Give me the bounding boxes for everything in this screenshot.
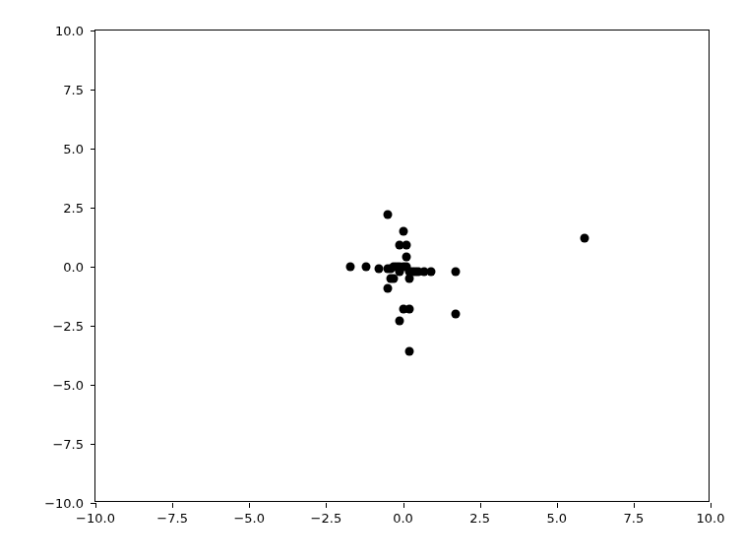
x-tick (249, 503, 250, 508)
scatter-point (402, 253, 410, 262)
y-tick-label: −7.5 (52, 437, 84, 452)
x-tick-label: 0.0 (393, 511, 413, 526)
scatter-point (451, 310, 460, 319)
y-tick (91, 267, 95, 268)
scatter-point (404, 347, 413, 356)
scatter-point (346, 263, 355, 272)
y-tick (91, 90, 95, 91)
x-tick-label: −2.5 (311, 511, 342, 526)
scatter-point (426, 267, 435, 276)
scatter-point (399, 227, 407, 236)
scatter-point (374, 265, 383, 274)
y-tick-label: −10.0 (44, 496, 84, 511)
y-tick (91, 503, 95, 504)
x-tick-label: −5.0 (233, 511, 265, 526)
scatter-point (362, 263, 371, 272)
plot-area: −10.0−7.5−5.0−2.50.02.55.07.510.0−10.0−7… (94, 30, 710, 502)
x-tick-label: −7.5 (156, 511, 188, 526)
scatter-point (390, 275, 399, 283)
y-tick-label: 0.0 (63, 260, 84, 275)
x-tick-label: 5.0 (546, 511, 567, 526)
y-tick-label: −2.5 (52, 319, 84, 334)
x-tick (95, 503, 96, 508)
x-tick (557, 503, 558, 508)
x-tick (711, 503, 712, 508)
y-tick (91, 385, 95, 386)
scatter-point (383, 211, 392, 219)
scatter-point (404, 275, 413, 283)
y-tick (91, 208, 95, 209)
y-tick-label: 7.5 (63, 83, 84, 97)
y-tick (91, 444, 95, 445)
y-tick-label: 2.5 (63, 201, 84, 216)
x-tick-label: 10.0 (697, 511, 725, 526)
y-tick-label: 5.0 (63, 142, 84, 156)
scatter-point (404, 305, 413, 314)
y-tick (91, 149, 95, 150)
scatter-point (451, 267, 460, 276)
y-tick-label: 10.0 (55, 24, 84, 38)
scatter-point (580, 234, 588, 243)
x-tick (634, 503, 635, 508)
y-tick-label: −5.0 (52, 378, 84, 393)
x-tick (172, 503, 173, 508)
x-tick (480, 503, 481, 508)
x-tick-label: 2.5 (469, 511, 490, 526)
scatter-chart: −10.0−7.5−5.0−2.50.02.55.07.510.0−10.0−7… (0, 0, 743, 560)
x-tick (326, 503, 327, 508)
x-tick-label: −10.0 (76, 511, 115, 526)
scatter-point (396, 317, 404, 326)
scatter-point (383, 283, 392, 292)
y-tick (91, 31, 95, 31)
scatter-point (402, 241, 410, 250)
x-tick-label: 7.5 (624, 511, 645, 526)
x-tick (403, 503, 404, 508)
y-tick (91, 326, 95, 327)
